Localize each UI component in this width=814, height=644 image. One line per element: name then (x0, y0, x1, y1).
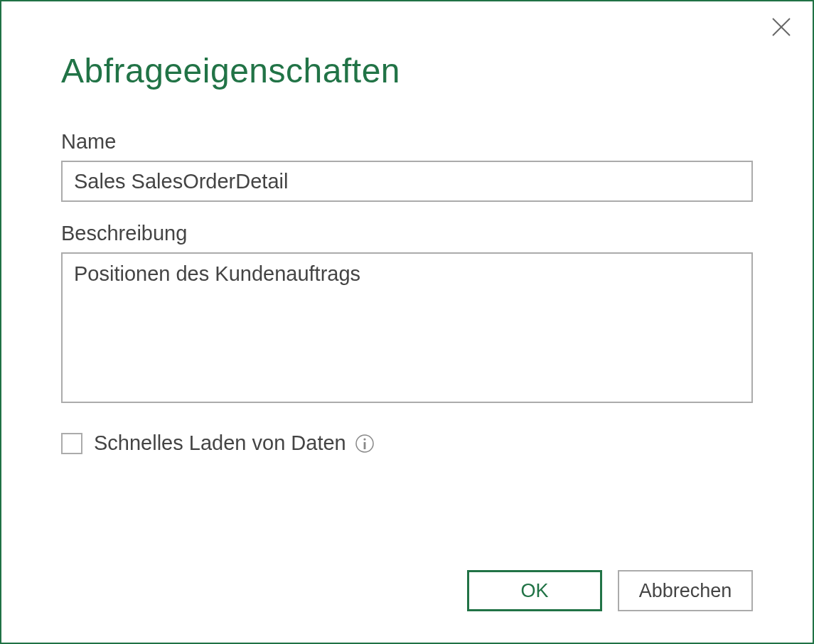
fast-load-label: Schnelles Laden von Daten (94, 431, 346, 455)
svg-point-3 (363, 438, 365, 440)
name-field-group: Name (61, 130, 753, 202)
description-input[interactable] (61, 252, 753, 403)
dialog-content: Abfrageeigenschaften Name Beschreibung S… (1, 1, 813, 483)
name-label: Name (61, 130, 753, 154)
dialog-title: Abfrageeigenschaften (61, 51, 753, 90)
info-icon[interactable] (355, 434, 375, 454)
description-field-group: Beschreibung (61, 222, 753, 406)
svg-rect-4 (363, 442, 365, 449)
close-icon (770, 16, 793, 38)
fast-load-checkbox[interactable] (61, 433, 82, 454)
ok-button[interactable]: OK (467, 570, 602, 611)
cancel-button[interactable]: Abbrechen (618, 570, 753, 611)
close-button[interactable] (767, 13, 796, 41)
name-input[interactable] (61, 161, 753, 202)
fast-load-row: Schnelles Laden von Daten (61, 431, 753, 455)
button-row: OK Abbrechen (467, 570, 753, 611)
description-label: Beschreibung (61, 222, 753, 245)
query-properties-dialog: Abfrageeigenschaften Name Beschreibung S… (0, 0, 814, 644)
